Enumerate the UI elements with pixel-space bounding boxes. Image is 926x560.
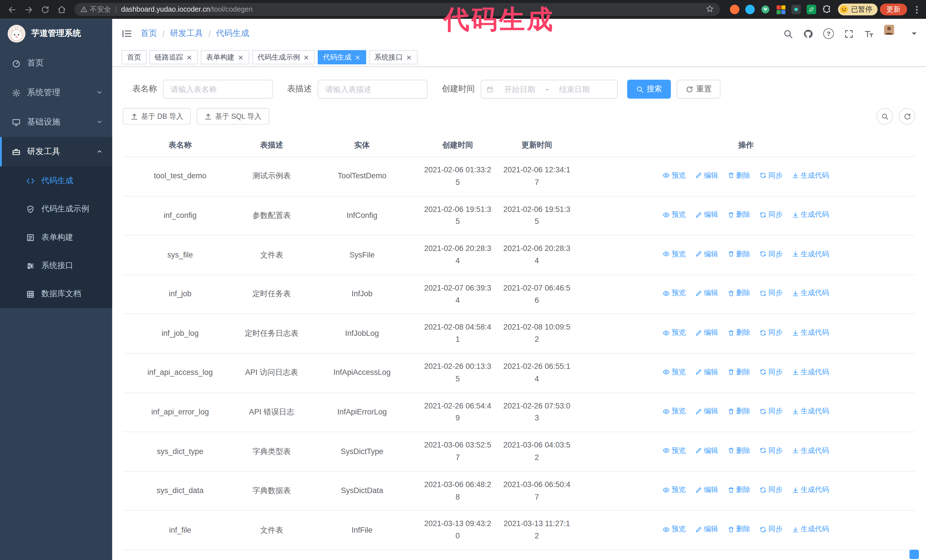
edit-link[interactable]: 编辑 (695, 288, 718, 299)
generate-code-link[interactable]: 生成代码 (792, 524, 829, 535)
reset-button[interactable]: 重置 (677, 80, 720, 98)
browser-update-button[interactable]: 更新 (880, 3, 907, 15)
avatar[interactable] (884, 25, 902, 42)
preview-link[interactable]: 预览 (663, 445, 686, 456)
sidebar-item-home[interactable]: 首页 (0, 48, 112, 78)
sync-link[interactable]: 同步 (760, 288, 783, 299)
edit-link[interactable]: 编辑 (695, 524, 718, 535)
sidebar-item-devtools[interactable]: 研发工具 (0, 137, 112, 167)
delete-link[interactable]: 删除 (728, 406, 750, 417)
camera-extension-icon[interactable] (791, 4, 801, 15)
sidebar-item-api[interactable]: 系统接口 (0, 252, 112, 280)
sidebar-item-codegen-demo[interactable]: 代码生成示例 (0, 195, 112, 223)
view-tab[interactable]: 代码生成示例 (252, 50, 315, 64)
edit-link[interactable]: 编辑 (695, 445, 718, 456)
sync-link[interactable]: 同步 (760, 327, 783, 338)
sync-link[interactable]: 同步 (760, 209, 783, 220)
fox-extension-icon[interactable] (729, 4, 740, 15)
sidebar-item-system[interactable]: 系统管理 (0, 78, 112, 108)
sidebar-collapse-icon[interactable] (122, 28, 132, 39)
import-sql-button[interactable]: 基于 SQL 导入 (197, 108, 269, 124)
delete-link[interactable]: 删除 (728, 248, 750, 260)
font-size-icon[interactable] (864, 29, 874, 39)
delete-link[interactable]: 删除 (728, 484, 750, 496)
view-tab[interactable]: 表单构建 (201, 50, 249, 64)
breadcrumb-devtools[interactable]: 研发工具 (170, 28, 203, 39)
close-icon[interactable] (186, 54, 193, 61)
delete-link[interactable]: 删除 (728, 288, 750, 299)
browser-menu-icon[interactable] (912, 6, 921, 14)
delete-link[interactable]: 删除 (728, 170, 750, 181)
home-button[interactable] (54, 2, 69, 17)
generate-code-link[interactable]: 生成代码 (792, 406, 829, 417)
edit-link[interactable]: 编辑 (695, 366, 718, 378)
edit-link[interactable]: 编辑 (695, 327, 718, 338)
toggle-search-button[interactable] (876, 108, 893, 124)
sync-link[interactable]: 同步 (760, 524, 783, 535)
start-date-input[interactable] (496, 84, 543, 94)
import-db-button[interactable]: 基于 DB 导入 (123, 108, 191, 124)
edit-link[interactable]: 编辑 (695, 170, 718, 181)
generate-code-link[interactable]: 生成代码 (792, 288, 829, 299)
vue-devtools-icon[interactable] (760, 4, 771, 15)
end-date-input[interactable] (551, 84, 598, 94)
back-button[interactable] (5, 2, 19, 17)
preview-link[interactable]: 预览 (663, 366, 686, 378)
edit-link[interactable]: 编辑 (695, 406, 718, 417)
table-name-input[interactable] (163, 80, 273, 98)
generate-code-link[interactable]: 生成代码 (792, 484, 829, 496)
leaf-extension-icon[interactable] (806, 4, 817, 15)
view-tab[interactable]: 首页 (122, 50, 147, 64)
generate-code-link[interactable]: 生成代码 (792, 445, 829, 456)
grid-extension-icon[interactable] (775, 4, 786, 15)
edit-link[interactable]: 编辑 (695, 209, 718, 220)
delete-link[interactable]: 删除 (728, 445, 750, 456)
search-button[interactable]: 搜索 (627, 80, 671, 98)
refresh-table-button[interactable] (899, 108, 915, 124)
sync-link[interactable]: 同步 (760, 248, 783, 260)
security-warning-icon[interactable]: 不安全 (80, 5, 111, 15)
preview-link[interactable]: 预览 (663, 524, 686, 535)
preview-link[interactable]: 预览 (663, 209, 686, 220)
generate-code-link[interactable]: 生成代码 (792, 327, 829, 338)
view-tab[interactable]: 系统接口 (369, 50, 418, 64)
close-icon[interactable] (354, 54, 361, 61)
preview-link[interactable]: 预览 (663, 170, 686, 181)
preview-link[interactable]: 预览 (663, 288, 686, 299)
close-icon[interactable] (303, 54, 309, 61)
profile-paused-chip[interactable]: 已暂停 (838, 3, 878, 15)
reload-button[interactable] (38, 2, 52, 17)
help-icon[interactable]: ? (823, 28, 834, 39)
preview-link[interactable]: 预览 (663, 406, 686, 417)
sync-link[interactable]: 同步 (760, 484, 783, 496)
delete-link[interactable]: 删除 (728, 209, 750, 220)
preview-link[interactable]: 预览 (663, 327, 686, 338)
droplet-extension-icon[interactable] (745, 4, 755, 15)
delete-link[interactable]: 删除 (728, 366, 750, 378)
sync-link[interactable]: 同步 (760, 366, 783, 378)
puzzle-extension-icon[interactable] (822, 4, 832, 15)
bookmark-star-icon[interactable] (706, 5, 714, 15)
table-desc-input[interactable] (318, 80, 428, 98)
date-range-picker[interactable]: - (481, 80, 618, 98)
search-icon[interactable] (783, 29, 793, 39)
generate-code-link[interactable]: 生成代码 (792, 170, 829, 181)
preview-link[interactable]: 预览 (663, 484, 686, 496)
generate-code-link[interactable]: 生成代码 (792, 248, 829, 260)
edit-link[interactable]: 编辑 (695, 248, 718, 260)
sidebar-item-form-builder[interactable]: 表单构建 (0, 223, 112, 251)
view-tab[interactable]: 链路追踪 (149, 50, 198, 64)
address-bar[interactable]: 不安全 dashboard.yudao.iocoder.cn/tool/code… (74, 3, 720, 16)
delete-link[interactable]: 删除 (728, 524, 750, 535)
forward-button[interactable] (21, 2, 36, 17)
sidebar-item-infra[interactable]: 基础设施 (0, 107, 112, 137)
fullscreen-icon[interactable] (844, 29, 854, 39)
sidebar-item-db-doc[interactable]: 数据库文档 (0, 280, 112, 308)
github-icon[interactable] (803, 29, 813, 39)
preview-link[interactable]: 预览 (663, 248, 686, 260)
generate-code-link[interactable]: 生成代码 (792, 366, 829, 378)
close-icon[interactable] (406, 54, 412, 61)
close-icon[interactable] (238, 54, 244, 61)
sync-link[interactable]: 同步 (760, 170, 783, 181)
edit-link[interactable]: 编辑 (695, 484, 718, 496)
